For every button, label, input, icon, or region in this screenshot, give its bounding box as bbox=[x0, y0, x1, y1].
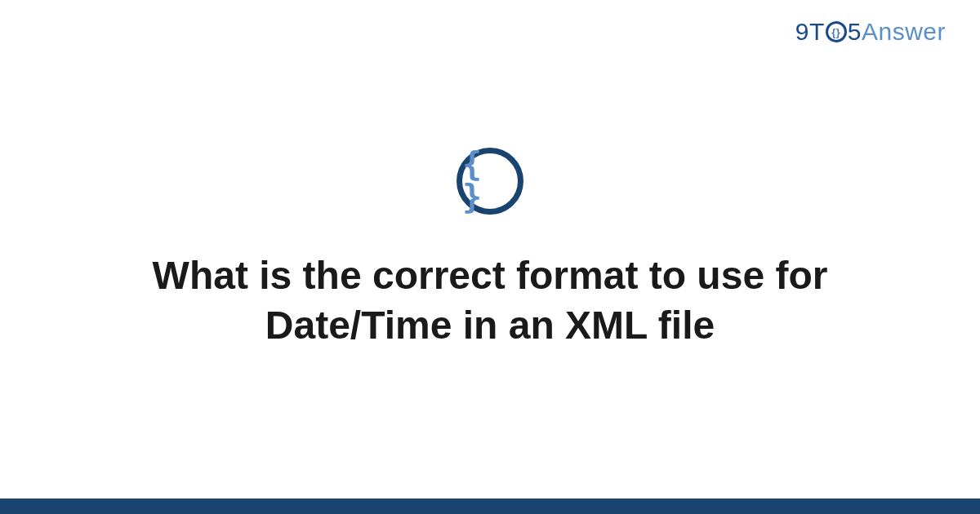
code-braces-icon: { } bbox=[457, 148, 523, 215]
main-content: { } What is the correct format to use fo… bbox=[0, 0, 980, 514]
page-title: What is the correct format to use for Da… bbox=[82, 250, 898, 351]
topic-icon-wrap: { } bbox=[457, 148, 523, 215]
footer-bar bbox=[0, 498, 980, 514]
brace-glyph: { } bbox=[462, 148, 518, 213]
